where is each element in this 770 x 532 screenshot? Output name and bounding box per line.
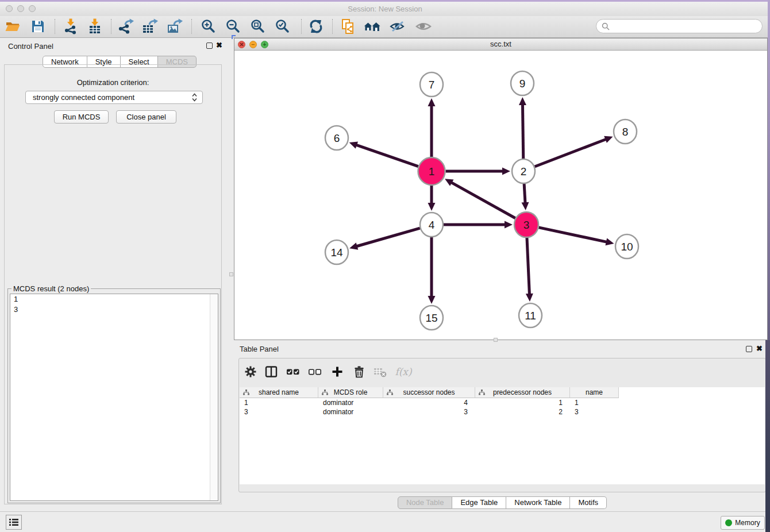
zoom-out-icon[interactable] — [225, 18, 242, 35]
search-icon — [602, 22, 610, 30]
memory-button[interactable]: Memory — [721, 516, 765, 530]
control-panel-title: Control Panel — [8, 42, 53, 51]
minimize-window-button[interactable] — [17, 5, 24, 12]
memory-status-icon — [725, 519, 732, 526]
graph-node-label: 4 — [429, 219, 435, 231]
mcds-result-line: 1 — [10, 294, 218, 304]
edge-arrowhead — [505, 221, 513, 229]
table-close-icon[interactable]: ✖ — [756, 345, 763, 353]
unselect-all-columns-icon[interactable] — [307, 364, 322, 379]
float-panel-icon[interactable] — [206, 43, 213, 49]
select-all-columns-icon[interactable] — [286, 364, 301, 379]
node-table: shared nameMCDS rolesuccessor nodesprede… — [240, 387, 765, 484]
export-image-icon[interactable] — [166, 18, 183, 35]
edge-1-6[interactable] — [355, 145, 418, 167]
dropdown-stepper-icon — [191, 92, 198, 102]
app-titlebar: Session: New Session — [0, 2, 770, 16]
network-window-titlebar[interactable]: ✕ − + scc.txt — [234, 38, 767, 51]
hide-selected-icon[interactable] — [389, 18, 406, 35]
mcds-result-scrollbar[interactable] — [210, 294, 218, 500]
table-cell: 3 — [570, 407, 619, 417]
close-panel-button[interactable]: Close panel — [116, 110, 176, 124]
tab-motifs[interactable]: Motifs — [570, 496, 607, 509]
graph-node-label: 7 — [429, 79, 435, 91]
delete-row-icon[interactable] — [352, 364, 367, 379]
first-neighbors-icon[interactable] — [364, 18, 381, 35]
zoom-selected-icon[interactable] — [274, 18, 291, 35]
column-header-predecessor-nodes[interactable]: predecessor nodes — [475, 387, 570, 398]
split-handle-vertical[interactable] — [229, 272, 233, 276]
edge-2-9[interactable] — [522, 103, 523, 159]
refresh-icon[interactable] — [307, 18, 325, 35]
table-cell: 3 — [383, 407, 475, 417]
criterion-dropdown[interactable]: strongly connected component — [25, 91, 203, 104]
show-all-icon[interactable] — [415, 18, 432, 35]
clone-network-icon[interactable] — [340, 18, 357, 35]
search-input[interactable] — [596, 19, 763, 33]
network-minimize-button[interactable]: − — [249, 41, 257, 48]
mcds-result-title: MCDS result (2 nodes) — [11, 284, 91, 293]
table-row[interactable]: 3dominator323 — [240, 407, 619, 417]
edge-arrowhead — [526, 294, 533, 302]
main-toolbar — [0, 16, 770, 38]
edge-2-3[interactable] — [524, 184, 525, 204]
graph-node-label: 1 — [429, 165, 435, 178]
graph-node-label: 9 — [519, 78, 526, 90]
optimization-criterion-label: Optimization criterion: — [0, 78, 226, 87]
zoom-window-button[interactable] — [29, 5, 36, 12]
edge-arrowhead — [428, 203, 436, 211]
edge-3-11[interactable] — [527, 238, 530, 295]
column-header-shared-name[interactable]: shared name — [240, 387, 318, 398]
edge-2-8[interactable] — [535, 139, 607, 167]
graph-node-label: 15 — [425, 312, 437, 324]
show-column-icon[interactable] — [264, 364, 279, 379]
export-network-icon[interactable] — [117, 18, 134, 35]
edge-arrowhead — [428, 98, 436, 106]
table-cell: dominator — [318, 407, 383, 417]
network-graph-canvas[interactable]: 7968124314101511 — [234, 51, 767, 340]
add-row-icon[interactable] — [330, 364, 345, 379]
graph-node-label: 11 — [525, 310, 536, 322]
close-window-button[interactable] — [6, 5, 13, 12]
save-session-icon[interactable] — [29, 18, 47, 35]
column-header-successor-nodes[interactable]: successor nodes — [383, 387, 475, 398]
tab-node-table[interactable]: Node Table — [398, 496, 453, 509]
open-session-icon[interactable] — [4, 18, 21, 35]
table-tabs: Node TableEdge TableNetwork TableMotifs — [238, 496, 766, 509]
table-float-icon[interactable] — [746, 346, 752, 352]
network-maximize-button[interactable]: + — [261, 41, 268, 48]
function-builder-icon[interactable]: f(x) — [393, 364, 414, 379]
export-table-icon[interactable] — [141, 18, 159, 35]
table-options-icon[interactable] — [243, 364, 258, 379]
mcds-result-line: 3 — [10, 304, 218, 315]
import-network-icon[interactable] — [62, 18, 79, 35]
mcds-result-group: MCDS result (2 nodes) 13 — [7, 288, 221, 503]
tab-edge-table[interactable]: Edge Table — [452, 496, 506, 509]
edge-3-1[interactable] — [451, 182, 515, 218]
run-mcds-button[interactable]: Run MCDS — [54, 110, 109, 124]
edge-arrowhead — [605, 238, 614, 246]
graph-node-label: 2 — [521, 165, 527, 178]
network-close-button[interactable]: ✕ — [238, 41, 245, 48]
edge-4-14[interactable] — [356, 228, 420, 246]
table-row[interactable]: 1dominator411 — [240, 398, 619, 407]
task-history-button[interactable] — [6, 515, 22, 530]
tab-network-table[interactable]: Network Table — [506, 496, 570, 509]
column-header-name[interactable]: name — [570, 387, 619, 398]
column-header-MCDS-role[interactable]: MCDS role — [318, 387, 383, 398]
edge-3-10[interactable] — [538, 228, 607, 242]
delete-table-icon[interactable] — [373, 364, 388, 379]
table-cell: 1 — [240, 398, 318, 407]
table-cell: 2 — [475, 407, 570, 417]
table-panel-title: Table Panel — [240, 345, 279, 353]
desktop-strip-bottom — [765, 340, 770, 532]
close-panel-icon[interactable]: ✖ — [216, 41, 222, 49]
import-table-icon[interactable] — [86, 18, 103, 35]
mcds-result-textarea[interactable]: 13 — [10, 294, 218, 501]
edge-arrowhead — [428, 296, 436, 304]
status-bar: Memory — [0, 511, 770, 532]
table-cell: 4 — [383, 398, 475, 407]
zoom-fit-icon[interactable] — [249, 18, 267, 35]
zoom-in-icon[interactable] — [200, 18, 217, 35]
edge-arrowhead — [519, 97, 526, 105]
